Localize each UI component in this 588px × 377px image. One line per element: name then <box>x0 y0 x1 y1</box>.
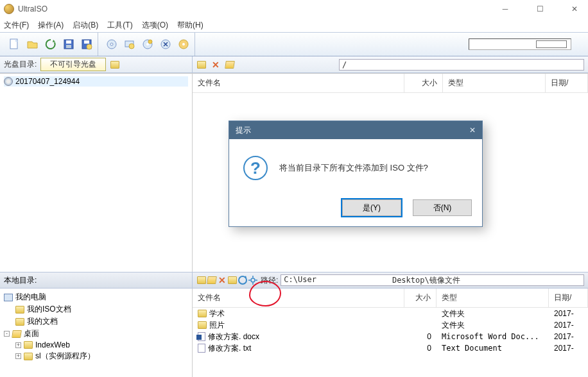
col2-filename[interactable]: 文件名 <box>193 289 404 307</box>
svg-rect-3 <box>66 45 71 48</box>
col-date[interactable]: 日期/ <box>546 74 588 92</box>
computer-icon <box>4 294 13 301</box>
iso-tree-pane: 20170407_124944 <box>0 74 193 272</box>
file-name: 学术 <box>209 308 225 319</box>
menu-help[interactable]: 帮助(H) <box>177 20 203 31</box>
menu-operate[interactable]: 操作(A) <box>38 20 64 31</box>
open-button[interactable] <box>26 37 40 51</box>
collapse-icon[interactable]: - <box>4 331 10 337</box>
col-filename[interactable]: 文件名 <box>193 74 404 92</box>
tree-my-docs[interactable]: 我的文档 <box>15 315 188 328</box>
col2-date[interactable]: 日期/ <box>549 289 588 307</box>
svg-rect-5 <box>84 40 89 44</box>
path-label: 路径: <box>261 275 278 286</box>
local-dir-label: 本地目录: <box>4 275 37 286</box>
file-row[interactable]: 修改方案. docx0Microsoft Word Doc...2017- <box>193 331 588 342</box>
expand-icon[interactable]: + <box>15 342 21 348</box>
compress-button[interactable] <box>159 37 173 51</box>
col-size[interactable]: 大小 <box>404 74 443 92</box>
folder-icon <box>15 318 24 326</box>
menu-bar: 文件(F) 操作(A) 启动(B) 工具(T) 选项(O) 帮助(H) <box>0 18 588 32</box>
settings-icon[interactable] <box>248 275 258 285</box>
refresh-button[interactable] <box>44 37 58 51</box>
addall-icon[interactable] <box>238 275 248 285</box>
svg-point-6 <box>87 44 92 49</box>
col2-size[interactable]: 大小 <box>404 289 437 307</box>
minimize-button[interactable]: ─ <box>496 3 515 15</box>
mount-button[interactable] <box>123 37 137 51</box>
folder-open-icon <box>12 330 22 338</box>
local-tree-pane: 我的电脑 我的ISO文档 我的文档 - 桌面 + IndexWeb + <box>0 289 193 377</box>
disc-dir-bar: 光盘目录: 不可引导光盘 <box>0 56 193 73</box>
word-icon <box>198 332 205 341</box>
file-type: Text Document <box>437 344 549 353</box>
svg-point-10 <box>129 44 134 49</box>
dialog-titlebar: 提示 ✕ <box>229 121 482 139</box>
file-row[interactable]: 照片文件夹2017- <box>193 319 588 331</box>
file-name: 修改方案. txt <box>208 343 251 354</box>
burn-button[interactable] <box>105 37 119 51</box>
tree-indexweb[interactable]: + IndexWeb <box>15 340 188 350</box>
file-date: 2017- <box>549 309 588 318</box>
svg-point-18 <box>251 278 255 282</box>
iso-tree-root[interactable]: 20170407_124944 <box>4 76 188 87</box>
folder-icon <box>24 341 33 349</box>
local-file-pane: 文件名 大小 类型 日期/ 学术文件夹2017-照片文件夹2017-修改方案. … <box>193 289 588 377</box>
file-date: 2017- <box>549 321 588 330</box>
file-type: 文件夹 <box>437 320 549 331</box>
local-path-redacted <box>319 274 390 286</box>
new-button[interactable] <box>8 37 22 51</box>
verify-button[interactable] <box>177 37 191 51</box>
dialog-close-button[interactable]: ✕ <box>469 126 476 135</box>
local-path-after[interactable]: Desktop\镜像文件 <box>390 274 584 286</box>
folder-icon <box>24 353 33 360</box>
menu-start[interactable]: 启动(B) <box>73 20 98 31</box>
local-path-before[interactable]: C:\User <box>281 274 319 286</box>
maximize-button[interactable]: ☐ <box>530 3 549 15</box>
yes-button[interactable]: 是(Y) <box>342 199 401 216</box>
up-folder-icon[interactable] <box>196 60 207 70</box>
upper-right-toolbar: ✕ <box>193 56 588 73</box>
dialog-message: 将当前目录下所有文件添加到 ISO 文件? <box>279 162 428 174</box>
boot-browse-icon[interactable] <box>110 60 120 70</box>
new-folder-icon[interactable] <box>225 60 235 70</box>
file-name: 修改方案. docx <box>208 331 259 342</box>
newfolder2-icon[interactable] <box>227 275 238 285</box>
menu-tools[interactable]: 工具(T) <box>107 20 132 31</box>
folder-icon <box>198 321 207 329</box>
file-row[interactable]: 学术文件夹2017- <box>193 308 588 319</box>
col-type[interactable]: 类型 <box>443 74 546 92</box>
file-date: 2017- <box>549 332 588 341</box>
tree-desktop[interactable]: - 桌面 <box>4 328 188 340</box>
app-icon <box>4 4 14 14</box>
tree-computer[interactable]: 我的电脑 <box>4 291 188 303</box>
tree-sl[interactable]: + sl（实例源程序） <box>15 350 188 362</box>
forward-icon[interactable] <box>207 275 217 285</box>
file-type: 文件夹 <box>437 308 549 319</box>
saveas-button[interactable] <box>80 37 94 51</box>
close-button[interactable]: ✕ <box>565 3 584 15</box>
iso-path-input[interactable] <box>339 59 584 71</box>
up-icon[interactable] <box>196 275 207 285</box>
delete-red-icon[interactable]: ✕ <box>211 60 221 70</box>
disc-dir-label: 光盘目录: <box>4 59 37 70</box>
file-row[interactable]: 修改方案. txt0Text Document2017- <box>193 342 588 354</box>
tree-iso-docs[interactable]: 我的ISO文档 <box>15 303 188 315</box>
menu-options[interactable]: 选项(O) <box>142 20 168 31</box>
no-button[interactable]: 否(N) <box>413 199 472 216</box>
boot-type-select[interactable]: 不可引导光盘 <box>40 58 106 71</box>
save-button[interactable] <box>62 37 76 51</box>
convert-button[interactable] <box>141 37 155 51</box>
local-dir-bar-right: ✕ 路径: C:\User Desktop\镜像文件 <box>193 272 588 289</box>
folder-icon <box>198 310 207 317</box>
file-date: 2017- <box>549 344 588 353</box>
expand-icon[interactable]: + <box>15 353 21 359</box>
col2-type[interactable]: 类型 <box>437 289 549 307</box>
file-size: 0 <box>404 332 437 341</box>
confirm-dialog: 提示 ✕ ? 将当前目录下所有文件添加到 ISO 文件? 是(Y) 否(N) <box>229 121 483 227</box>
svg-point-16 <box>182 43 185 46</box>
svg-rect-2 <box>66 40 71 44</box>
delete-icon[interactable]: ✕ <box>217 275 227 285</box>
dialog-title: 提示 <box>236 125 251 136</box>
menu-file[interactable]: 文件(F) <box>4 20 29 31</box>
